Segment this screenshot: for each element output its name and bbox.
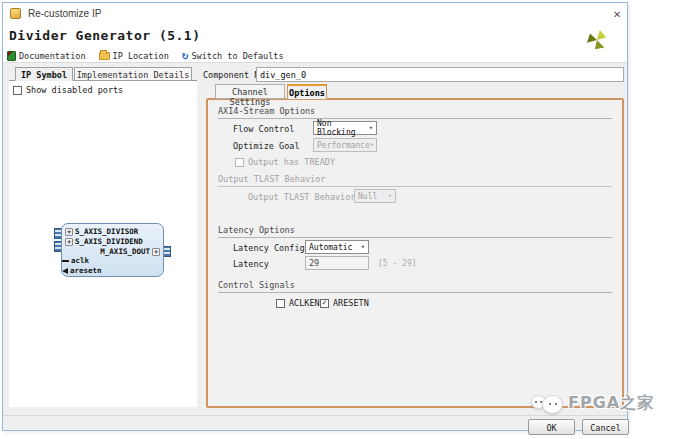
port-label-divisor: S_AXIS_DIVISOR	[75, 227, 138, 236]
aclken-label: ACLKEN	[289, 298, 320, 308]
port-label-aresetn: aresetn	[70, 266, 102, 275]
reset-pin-icon	[62, 268, 68, 274]
latency-configuration-dropdown[interactable]: Automatic ▾	[305, 240, 369, 254]
ip-title: Divider Generator (5.1)	[9, 28, 201, 43]
aclken-checkbox[interactable]	[276, 299, 285, 308]
xilinx-pinwheel-logo	[586, 29, 608, 51]
expand-port-icon[interactable]: +	[65, 228, 73, 236]
flow-control-dropdown[interactable]: Non Blocking ▾	[313, 121, 377, 135]
documentation-icon	[7, 51, 16, 61]
port-s-axis-dividend: + S_AXIS_DIVIDEND	[65, 237, 143, 246]
port-s-axis-divisor: + S_AXIS_DIVISOR	[65, 227, 138, 236]
options-panel: AXI4-Stream Options Flow Control Non Blo…	[206, 98, 624, 408]
expand-port-icon[interactable]: +	[65, 238, 73, 246]
tab-ip-symbol[interactable]: IP Symbol	[15, 67, 73, 81]
aresetn-checkbox[interactable]: ✓	[320, 299, 329, 308]
chevron-down-icon: ▾	[369, 124, 373, 132]
section-axi4-stream-options: AXI4-Stream Options	[218, 106, 612, 119]
output-tlast-behavior-value: Null	[358, 192, 377, 201]
show-disabled-ports-checkbox[interactable]	[13, 86, 22, 95]
toolbar: Documentation IP Location ↻ Switch to De…	[7, 49, 284, 62]
chevron-down-icon: ▾	[361, 243, 365, 251]
show-disabled-ports-label: Show disabled ports	[26, 85, 123, 95]
optimize-goal-dropdown: Performance ▾	[313, 138, 377, 152]
component-name-input[interactable]	[256, 67, 624, 82]
check-icon: ✓	[322, 299, 327, 307]
section-control-signals: Control Signals	[218, 280, 612, 293]
watermark: FPGA之家	[531, 386, 674, 418]
aresetn-checkbox-label: ARESETN	[333, 298, 369, 308]
flow-control-value: Non Blocking	[317, 119, 369, 137]
chevron-down-icon: ▾	[370, 141, 374, 149]
output-tlast-behavior-dropdown: Null ▾	[354, 189, 396, 203]
output-has-tready-row: Output has TREADY	[235, 157, 335, 167]
section-latency-options: Latency Options	[218, 225, 612, 238]
clock-pin-icon	[62, 260, 69, 262]
dialog-header: Re-customize IP ✕ Divider Generator (5.1…	[3, 3, 627, 63]
latency-configuration-value: Automatic	[309, 243, 352, 252]
watermark-mascot-icon	[542, 395, 563, 414]
recustomize-ip-dialog: Re-customize IP ✕ Divider Generator (5.1…	[2, 2, 628, 431]
ip-symbol-panel: Show disabled ports + S_AXIS_DIVISOR + S…	[9, 80, 197, 407]
bus-stub-dout	[163, 246, 171, 257]
section-output-tlast-behavior: Output TLAST Behavior	[218, 174, 612, 187]
close-icon[interactable]: ✕	[613, 9, 621, 20]
ip-location-label: IP Location	[113, 51, 169, 61]
chevron-down-icon: ▾	[388, 192, 392, 200]
aclken-row: ACLKEN	[276, 298, 320, 308]
documentation-button[interactable]: Documentation	[7, 51, 86, 61]
aresetn-row: ✓ ARESETN	[320, 298, 369, 308]
refresh-icon: ↻	[182, 51, 189, 61]
optimize-goal-label: Optimize Goal	[233, 141, 300, 151]
watermark-text: FPGA之家	[568, 393, 654, 414]
port-label-dividend: S_AXIS_DIVIDEND	[75, 237, 143, 246]
show-disabled-ports-row: Show disabled ports	[13, 85, 123, 95]
window-title: Re-customize IP	[28, 8, 101, 19]
flow-control-label: Flow Control	[233, 124, 294, 134]
tab-channel-settings[interactable]: Channel Settings	[215, 84, 285, 99]
port-aclk: aclk	[62, 256, 89, 265]
cancel-button[interactable]: Cancel	[582, 419, 629, 435]
port-label-dout: M_AXIS_DOUT	[100, 247, 150, 256]
ip-symbol-block: + S_AXIS_DIVISOR + S_AXIS_DIVIDEND M_AXI…	[61, 223, 164, 277]
port-m-axis-dout: M_AXIS_DOUT +	[100, 247, 160, 256]
tab-options[interactable]: Options	[287, 84, 327, 99]
tab-implementation-details[interactable]: Implementation Details	[74, 67, 192, 81]
ip-location-button[interactable]: IP Location	[99, 51, 169, 61]
documentation-label: Documentation	[19, 51, 86, 61]
folder-icon	[99, 52, 110, 60]
switch-to-defaults-label: Switch to Defaults	[191, 51, 283, 61]
port-label-aclk: aclk	[71, 256, 89, 265]
latency-range-hint: [5 - 29]	[378, 259, 417, 268]
optimize-goal-value: Performance	[317, 141, 370, 150]
port-aresetn: aresetn	[62, 266, 102, 275]
switch-to-defaults-button[interactable]: ↻ Switch to Defaults	[182, 51, 284, 61]
recustomize-ip-icon	[10, 8, 21, 19]
output-has-tready-checkbox	[235, 158, 244, 167]
output-has-tready-label: Output has TREADY	[248, 157, 335, 167]
latency-input	[305, 256, 369, 270]
output-tlast-behavior-label: Output TLAST Behavior	[248, 192, 355, 202]
ok-button[interactable]: OK	[528, 419, 575, 435]
latency-label: Latency	[233, 259, 269, 269]
expand-port-icon[interactable]: +	[152, 248, 160, 256]
